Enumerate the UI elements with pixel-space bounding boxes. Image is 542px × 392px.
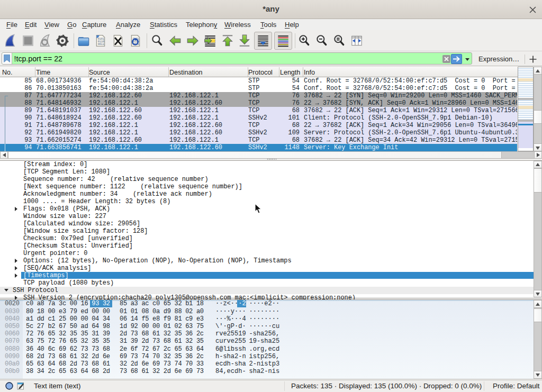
- svg-text:0011: 0011: [98, 42, 104, 45]
